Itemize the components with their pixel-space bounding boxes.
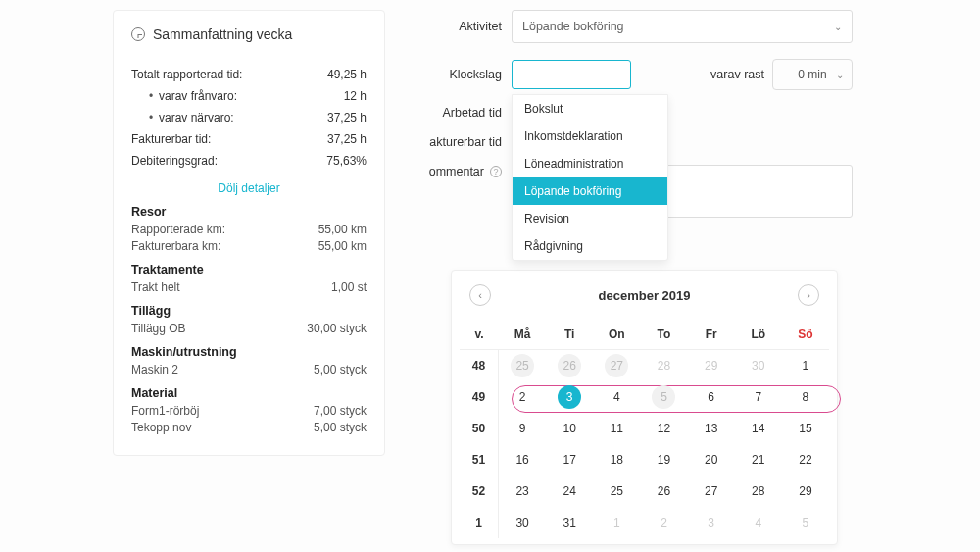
calendar-dow-header: Lö (735, 320, 782, 350)
calendar-day[interactable]: 4 (735, 507, 782, 538)
section-resor: Resor (131, 205, 367, 219)
section-traktamente: Traktamente (131, 263, 367, 276)
maskin-row: Maskin 25,00 styck (131, 363, 367, 376)
summary-header: Sammanfattning vecka (131, 23, 367, 50)
calendar-day[interactable]: 27 (593, 350, 640, 381)
calendar-day[interactable]: 10 (546, 413, 593, 444)
form-area: Aktivitet Löpande bokföring ⌄ Klockslag … (421, 10, 853, 233)
calendar-week-number: 51 (460, 444, 499, 476)
calendar-grid: v.MåTiOnToFrLöSö482526272829301492345678… (460, 320, 829, 538)
label-activity: Aktivitet (421, 20, 512, 33)
calendar-day[interactable]: 5 (640, 381, 687, 413)
calendar-week-number: 48 (460, 350, 499, 381)
calendar-dow-header: Ti (546, 320, 593, 350)
trakt-row: Trakt helt1,00 st (131, 280, 367, 294)
calendar-day[interactable]: 26 (546, 350, 593, 381)
calendar-day[interactable]: 28 (640, 350, 687, 381)
stat-debit: Debiteringsgrad: 75,63% (131, 154, 367, 168)
calendar-day[interactable]: 3 (546, 381, 593, 413)
calendar-prev-button[interactable]: ‹ (469, 284, 491, 306)
dropdown-item[interactable]: Löpande bokföring (513, 177, 667, 205)
calendar-day[interactable]: 19 (640, 444, 687, 476)
calendar-day[interactable]: 31 (546, 507, 593, 538)
calendar-day[interactable]: 7 (735, 381, 782, 413)
dropdown-item[interactable]: Bokslut (513, 95, 667, 123)
label-worked: Arbetad tid (421, 106, 512, 120)
calendar-week-number: 50 (460, 413, 499, 444)
calendar-next-button[interactable]: › (798, 284, 819, 306)
dropdown-item[interactable]: Revision (513, 205, 667, 232)
clock-icon (131, 27, 145, 41)
label-comment: ommentar ? (421, 165, 512, 178)
calendar-day[interactable]: 21 (735, 444, 782, 476)
calendar-day[interactable]: 15 (782, 413, 829, 444)
calendar-day[interactable]: 6 (688, 381, 735, 413)
calendar-header: ‹ december 2019 › (460, 284, 829, 320)
resor-row: Fakturerbara km:55,00 km (131, 239, 367, 253)
summary-title: Sammanfattning vecka (153, 26, 292, 42)
calendar-dow-header: On (593, 320, 640, 350)
material-row: Tekopp nov5,00 styck (131, 421, 367, 434)
calendar-day[interactable]: 8 (782, 381, 829, 413)
calendar-day[interactable]: 18 (593, 444, 640, 476)
row-activity: Aktivitet Löpande bokföring ⌄ (421, 10, 853, 43)
calendar-day[interactable]: 29 (782, 476, 829, 507)
summary-panel: Sammanfattning vecka Totalt rapporterad … (113, 10, 385, 456)
calendar-day[interactable]: 13 (688, 413, 735, 444)
section-tillagg: Tillägg (131, 304, 367, 318)
calendar-day[interactable]: 24 (546, 476, 593, 507)
calendar-day[interactable]: 28 (735, 476, 782, 507)
rast-select[interactable]: 0 min ⌄ (772, 59, 853, 90)
dropdown-item[interactable]: Löneadministration (513, 150, 667, 177)
dropdown-item[interactable]: Inkomstdeklaration (513, 123, 667, 150)
calendar-day[interactable]: 3 (688, 507, 735, 538)
dropdown-item[interactable]: Rådgivning (513, 232, 667, 260)
calendar-week-number: 49 (460, 381, 499, 413)
label-clock: Klockslag (421, 68, 512, 81)
activity-value: Löpande bokföring (522, 20, 624, 33)
activity-select[interactable]: Löpande bokföring ⌄ (512, 10, 853, 43)
row-clock: Klockslag varav rast 0 min ⌄ BokslutInko… (421, 59, 853, 90)
hide-details-link[interactable]: Dölj detaljer (131, 181, 367, 195)
info-icon[interactable]: ? (490, 166, 502, 177)
chevron-down-icon: ⌄ (834, 22, 842, 32)
calendar-dow-header: Sö (782, 320, 829, 350)
calendar-week-number: 1 (460, 507, 499, 538)
calendar: ‹ december 2019 › v.MåTiOnToFrLöSö482526… (451, 270, 838, 545)
stat-total: Totalt rapporterad tid: 49,25 h (131, 68, 367, 81)
section-maskin: Maskin/utrustning (131, 345, 367, 359)
label-rast: varav rast (710, 68, 764, 81)
calendar-day[interactable]: 23 (499, 476, 546, 507)
calendar-day[interactable]: 17 (546, 444, 593, 476)
calendar-day[interactable]: 30 (735, 350, 782, 381)
calendar-dow-header: Må (499, 320, 546, 350)
calendar-day[interactable]: 1 (593, 507, 640, 538)
calendar-day[interactable]: 25 (499, 350, 546, 381)
resor-row: Rapporterade km:55,00 km (131, 223, 367, 236)
calendar-day[interactable]: 16 (499, 444, 546, 476)
calendar-day[interactable]: 22 (782, 444, 829, 476)
calendar-day[interactable]: 25 (593, 476, 640, 507)
calendar-day[interactable]: 26 (640, 476, 687, 507)
calendar-day[interactable]: 1 (782, 350, 829, 381)
calendar-day[interactable]: 27 (688, 476, 735, 507)
calendar-day[interactable]: 4 (593, 381, 640, 413)
calendar-week-header: v. (460, 320, 499, 350)
calendar-dow-header: To (640, 320, 687, 350)
calendar-day[interactable]: 29 (688, 350, 735, 381)
calendar-day[interactable]: 5 (782, 507, 829, 538)
calendar-day[interactable]: 9 (499, 413, 546, 444)
calendar-day[interactable]: 20 (688, 444, 735, 476)
clock-search-input[interactable] (512, 60, 631, 89)
calendar-day[interactable]: 30 (499, 507, 546, 538)
calendar-day[interactable]: 11 (593, 413, 640, 444)
calendar-day[interactable]: 12 (640, 413, 687, 444)
stat-absence: varav frånvaro: 12 h (131, 89, 367, 103)
label-billable: akturerbar tid (421, 135, 512, 149)
tillagg-row: Tillägg OB30,00 styck (131, 322, 367, 335)
rast-value: 0 min (798, 68, 826, 81)
calendar-day[interactable]: 2 (499, 381, 546, 413)
calendar-day[interactable]: 14 (735, 413, 782, 444)
activity-dropdown: BokslutInkomstdeklarationLöneadministrat… (512, 94, 668, 261)
calendar-day[interactable]: 2 (640, 507, 687, 538)
